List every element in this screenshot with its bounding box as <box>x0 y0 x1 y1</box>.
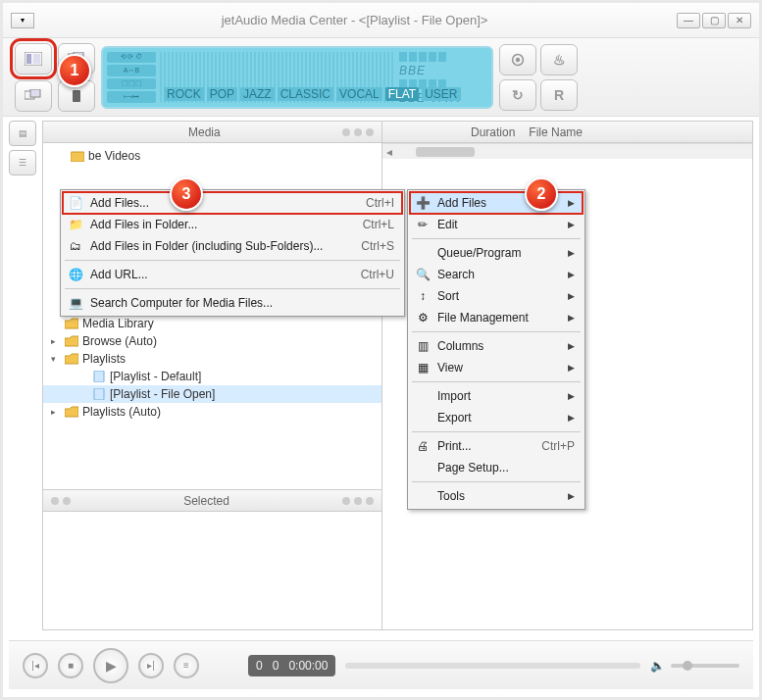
effect-button[interactable]: ↻ <box>499 79 536 111</box>
menu-item[interactable]: Tools▶ <box>410 485 583 507</box>
menu-item[interactable]: ⚙File Management▶ <box>410 307 583 328</box>
play-button[interactable]: ▶ <box>93 648 128 683</box>
effect-button[interactable]: ⦿ <box>499 44 536 75</box>
sort-icon: ↕ <box>414 287 432 305</box>
equalizer-display: ROCKPOPJAZZCLASSICVOCALFLATUSER <box>160 52 395 103</box>
menu-item[interactable]: 💻Search Computer for Media Files... <box>63 292 402 314</box>
eq-tag[interactable]: USER <box>422 87 460 101</box>
selected-pane-header: Selected <box>43 490 381 512</box>
menu-item[interactable]: Queue/Program▶ <box>410 242 583 264</box>
playlist-headers: Duration File Name <box>382 122 752 143</box>
view-mode-button[interactable] <box>15 43 52 75</box>
menu-item-label: Add URL... <box>90 268 335 281</box>
monitors2-icon <box>25 89 42 103</box>
menu-item-label: Edit <box>437 218 542 231</box>
next-track-button[interactable]: ▸| <box>138 653 164 678</box>
prev-track-button[interactable]: |◂ <box>23 653 48 678</box>
volume-icon[interactable]: 🔈 <box>650 659 665 673</box>
eq-tag[interactable]: ROCK <box>164 87 204 101</box>
eq-tag[interactable]: VOCAL <box>336 87 382 101</box>
time-display: 000:00:00 <box>248 655 335 676</box>
menu-item[interactable]: ↕Sort▶ <box>410 285 583 307</box>
eq-tag[interactable]: CLASSIC <box>278 87 333 101</box>
display-panel: ⟲ ⟳ ⏱A↔B⬚⬚⬚⟼↦ ROCKPOPJAZZCLASSICVOCALFLA… <box>101 46 493 109</box>
menu-item[interactable]: ▦View▶ <box>410 357 583 378</box>
rec-button[interactable]: ≡ <box>174 653 199 678</box>
media-pane-header: Media <box>43 122 381 143</box>
submenu-arrow-icon: ▶ <box>568 391 575 401</box>
submenu-arrow-icon: ▶ <box>568 270 575 279</box>
globe-icon: 🌐 <box>67 266 84 283</box>
svg-rect-6 <box>30 89 40 97</box>
menu-item[interactable]: Export▶ <box>410 407 583 428</box>
minimize-button[interactable]: — <box>677 13 700 28</box>
playlist-context-menu[interactable]: ➕Add Files▶✏Edit▶Queue/Program▶🔍Search▶↕… <box>407 189 585 510</box>
menu-item[interactable]: ▥Columns▶ <box>410 335 583 357</box>
menu-item-label: View <box>437 361 542 375</box>
selected-list[interactable] <box>43 512 381 629</box>
progress-slider[interactable] <box>345 663 640 669</box>
eq-preset-tags[interactable]: ROCKPOPJAZZCLASSICVOCALFLATUSER <box>164 87 461 101</box>
svg-rect-8 <box>71 152 84 162</box>
menu-item-label: Search Computer for Media Files... <box>90 296 394 310</box>
callout-3: 3 <box>170 177 203 211</box>
menu-item[interactable]: 🔍Search▶ <box>410 264 583 285</box>
tree-item[interactable]: [Playlist - File Open] <box>43 385 381 403</box>
add-folder-icon: 📁 <box>67 216 84 233</box>
callout-2: 2 <box>525 177 558 211</box>
menu-item[interactable]: 📁Add Files in Folder...Ctrl+L <box>63 214 402 235</box>
menu-item[interactable]: 🌐Add URL...Ctrl+U <box>63 264 402 285</box>
eq-tag[interactable]: POP <box>207 87 237 101</box>
close-button[interactable]: ✕ <box>728 13 751 28</box>
menu-item[interactable]: Page Setup... <box>410 457 583 478</box>
h-scrollbar[interactable]: ◂ <box>382 143 752 159</box>
callout-1: 1 <box>58 54 91 87</box>
menu-item-label: Sort <box>437 289 542 303</box>
submenu-arrow-icon: ▶ <box>568 198 575 208</box>
device-icon <box>68 89 85 103</box>
blank-icon <box>414 387 432 405</box>
effect-button[interactable]: R <box>540 79 578 111</box>
volume-slider[interactable] <box>671 664 739 668</box>
tree-item[interactable]: ▸Browse (Auto) <box>43 332 381 350</box>
tree-item-partial[interactable]: be Videos <box>43 147 381 165</box>
menu-item[interactable]: ✏Edit▶ <box>410 214 583 235</box>
col-duration[interactable]: Duration <box>471 125 515 139</box>
menu-item-label: Search <box>437 268 542 281</box>
menu-item[interactable]: 🗂Add Files in Folder (including Sub-Fold… <box>63 235 402 257</box>
add-files-submenu[interactable]: 📄Add Files...Ctrl+I📁Add Files in Folder.… <box>60 189 405 317</box>
rail-nav-button[interactable]: ▤ <box>9 121 36 146</box>
tree-item[interactable]: ▾Playlists <box>43 350 381 368</box>
submenu-arrow-icon: ▶ <box>568 313 575 323</box>
eq-tag[interactable]: FLAT <box>385 87 419 101</box>
menu-item[interactable]: Import▶ <box>410 385 583 407</box>
effect-button[interactable]: ♨ <box>540 44 578 75</box>
menu-item-label: Print... <box>437 439 516 453</box>
col-filename[interactable]: File Name <box>529 125 583 139</box>
display-chip[interactable]: ⟲ ⟳ ⏱ <box>107 52 156 64</box>
media-header-title: Media <box>188 125 221 139</box>
tree-item[interactable]: [Playlist - Default] <box>43 368 381 385</box>
title-bar: ▾ jetAudio Media Center - <[Playlist - F… <box>3 3 759 38</box>
tree-item[interactable]: ▸Playlists (Auto) <box>43 403 381 421</box>
rail-library-button[interactable]: ☰ <box>9 150 36 175</box>
menu-item-label: Add Files in Folder (including Sub-Folde… <box>90 239 335 253</box>
submenu-arrow-icon: ▶ <box>568 248 575 258</box>
svg-rect-9 <box>94 371 104 382</box>
menu-item[interactable]: 📄Add Files...Ctrl+I <box>63 192 402 214</box>
menu-item-label: Page Setup... <box>437 461 575 475</box>
eq-tag[interactable]: JAZZ <box>240 87 275 101</box>
stop-button[interactable]: ■ <box>58 653 83 678</box>
menu-item-label: File Management <box>437 311 542 325</box>
display-chip[interactable]: ⬚⬚⬚ <box>107 78 156 90</box>
menu-item[interactable]: 🖨Print...Ctrl+P <box>410 435 583 457</box>
tree-item[interactable]: Media Library <box>43 315 381 332</box>
system-menu-button[interactable]: ▾ <box>11 13 34 28</box>
display-chip[interactable]: ⟼↦ <box>107 91 156 103</box>
maximize-button[interactable]: ▢ <box>702 13 726 28</box>
toolbar: ⟲ ⟳ ⏱A↔B⬚⬚⬚⟼↦ ROCKPOPJAZZCLASSICVOCALFLA… <box>3 38 759 117</box>
display-chip[interactable]: A↔B <box>107 65 156 76</box>
menu-item-label: Tools <box>437 489 542 503</box>
screens2-button[interactable] <box>15 80 52 112</box>
blank-icon <box>414 487 432 505</box>
